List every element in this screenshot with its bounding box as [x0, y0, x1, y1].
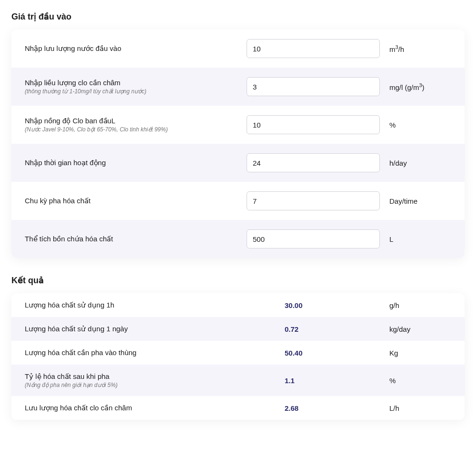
result-row: Lượng hóa chất sử dụng 1 ngày0.72kg/day: [11, 317, 465, 341]
result-unit: Kg: [389, 349, 451, 357]
results-card: Lượng hóa chất sử dụng 1h30.00g/hLượng h…: [11, 293, 465, 420]
results-title: Kết quả: [11, 275, 465, 286]
result-value: 0.72: [285, 325, 380, 333]
result-label-wrap: Lượng hóa chất sử dụng 1 ngày: [25, 325, 275, 333]
result-label-wrap: Lượng hóa chất cần pha vào thùng: [25, 348, 275, 357]
result-unit: L/h: [389, 404, 451, 412]
result-row: Lượng hóa chất cần pha vào thùng50.40Kg: [11, 341, 465, 365]
result-label-wrap: Lưu lượng hóa chất clo cần châm: [25, 404, 275, 412]
result-label: Lượng hóa chất cần pha vào thùng: [25, 348, 275, 357]
input-label-wrap: Nhập liều lượng clo cần châm(thông thườn…: [25, 79, 237, 95]
input-sublabel: (Nước Javel 9-10%, Clo bột 65-70%, Clo t…: [25, 126, 237, 133]
input-unit: m3/h: [389, 44, 451, 53]
input-field[interactable]: [247, 191, 380, 210]
result-label: Lượng hóa chất sử dụng 1 ngày: [25, 325, 275, 333]
input-field[interactable]: [247, 115, 380, 134]
input-label: Chu kỳ pha hóa chất: [25, 197, 237, 205]
input-label: Nhập thời gian hoạt động: [25, 159, 237, 167]
result-unit: kg/day: [389, 325, 451, 333]
result-row: Tỷ lệ hóa chất sau khi pha(Nồng độ pha n…: [11, 365, 465, 396]
input-field[interactable]: [247, 153, 380, 172]
input-field[interactable]: [247, 229, 380, 248]
result-value: 30.00: [285, 301, 380, 309]
input-field[interactable]: [247, 39, 380, 58]
input-unit: %: [389, 121, 451, 129]
input-label-wrap: Chu kỳ pha hóa chất: [25, 197, 237, 205]
result-sublabel: (Nồng độ pha nên giới hạn dưới 5%): [25, 382, 275, 388]
input-field-wrap: [247, 39, 380, 58]
result-label-wrap: Lượng hóa chất sử dụng 1h: [25, 301, 275, 309]
input-label-wrap: Nhập thời gian hoạt động: [25, 159, 237, 167]
input-label: Nhập liều lượng clo cần châm: [25, 79, 237, 87]
input-label: Nhập nồng độ Clo ban đầuL: [25, 117, 237, 125]
input-unit: mg/l (g/m3): [389, 82, 451, 91]
input-unit: Day/time: [389, 197, 451, 205]
input-field-wrap: [247, 115, 380, 134]
input-row: Nhập nồng độ Clo ban đầuL(Nước Javel 9-1…: [11, 106, 465, 144]
result-row: Lượng hóa chất sử dụng 1h30.00g/h: [11, 293, 465, 317]
input-row: Nhập thời gian hoạt độngh/day: [11, 144, 465, 182]
result-value: 1.1: [285, 377, 380, 385]
result-label: Tỷ lệ hóa chất sau khi pha: [25, 372, 275, 381]
input-field-wrap: [247, 153, 380, 172]
inputs-card: Nhập lưu lượng nước đầu vàom3/hNhập liều…: [11, 30, 465, 258]
input-label-wrap: Nhập nồng độ Clo ban đầuL(Nước Javel 9-1…: [25, 117, 237, 133]
input-unit: L: [389, 235, 451, 243]
input-field-wrap: [247, 229, 380, 248]
result-value: 50.40: [285, 349, 380, 357]
input-row: Nhập lưu lượng nước đầu vàom3/h: [11, 30, 465, 68]
result-row: Lưu lượng hóa chất clo cần châm2.68L/h: [11, 396, 465, 420]
input-label: Thể tích bồn chứa hóa chất: [25, 235, 237, 243]
result-unit: %: [389, 377, 451, 385]
input-label: Nhập lưu lượng nước đầu vào: [25, 44, 237, 53]
input-field-wrap: [247, 77, 380, 96]
inputs-title: Giá trị đầu vào: [11, 11, 465, 22]
input-sublabel: (thông thường từ 1-10mg/l tùy chất lượng…: [25, 88, 237, 95]
result-unit: g/h: [389, 301, 451, 309]
input-unit: h/day: [389, 159, 451, 167]
input-field[interactable]: [247, 77, 380, 96]
result-value: 2.68: [285, 404, 380, 412]
input-field-wrap: [247, 191, 380, 210]
input-row: Nhập liều lượng clo cần châm(thông thườn…: [11, 68, 465, 106]
result-label: Lượng hóa chất sử dụng 1h: [25, 301, 275, 309]
input-label-wrap: Thể tích bồn chứa hóa chất: [25, 235, 237, 243]
result-label-wrap: Tỷ lệ hóa chất sau khi pha(Nồng độ pha n…: [25, 372, 275, 388]
result-label: Lưu lượng hóa chất clo cần châm: [25, 404, 275, 412]
input-row: Chu kỳ pha hóa chấtDay/time: [11, 182, 465, 220]
input-row: Thể tích bồn chứa hóa chấtL: [11, 220, 465, 258]
input-label-wrap: Nhập lưu lượng nước đầu vào: [25, 44, 237, 53]
